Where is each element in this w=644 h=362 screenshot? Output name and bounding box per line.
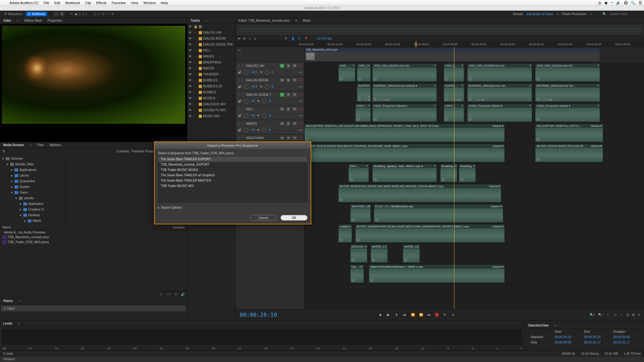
- volume-knob[interactable]: [244, 99, 248, 103]
- mute-button[interactable]: M: [280, 93, 284, 97]
- arm-button[interactable]: R: [292, 136, 297, 140]
- clip-fx-icon[interactable]: fx: [370, 278, 374, 282]
- tree-node[interactable]: ▸AfterE: [0, 218, 66, 224]
- solo-button[interactable]: S: [286, 136, 291, 140]
- clip-fx-icon[interactable]: fx: [339, 238, 343, 242]
- track-list-item[interactable]: 👁·DIALOG GUIDE TRK: [187, 42, 236, 48]
- search-icon[interactable]: 🔍: [602, 12, 606, 16]
- lock-icon[interactable]: ·: [194, 31, 197, 34]
- audio-clip[interactable]: Breathing… ▾fx▾: [440, 164, 457, 182]
- media-row[interactable]: TSB_Trailer_FOR_MIX.prproj: [0, 240, 187, 245]
- clip-menu-icon[interactable]: ▾: [501, 205, 502, 208]
- clip-menu-icon[interactable]: ▾: [601, 124, 602, 127]
- panel-menu-icon[interactable]: ≡: [17, 19, 19, 22]
- clip-fx-icon[interactable]: fx: [373, 97, 377, 101]
- tree-node[interactable]: ▾Astudio_iMac: [0, 162, 66, 167]
- eye-icon[interactable]: 👁: [189, 85, 192, 88]
- menu-view[interactable]: View: [128, 1, 141, 5]
- audio-clip[interactable]: WATER, OCEAN WAVES ROLLING BY…Volume ▾fx…: [535, 144, 603, 162]
- pan-value[interactable]: 0: [272, 70, 274, 74]
- clip-menu-icon[interactable]: ▾: [462, 84, 463, 87]
- media-browser-list[interactable]: NameDuration Adobe A…ion Audio PreviewsT…: [0, 225, 187, 291]
- tab-properties[interactable]: Properties: [47, 19, 62, 22]
- audio-clip[interactable]: B157R001_18021316.mov Vol…fx12 dB▾: [535, 84, 600, 102]
- gain-value[interactable]: +0: [251, 128, 254, 132]
- clip-fx-icon[interactable]: fx: [373, 117, 377, 121]
- volume-icon[interactable]: 🔊: [616, 1, 621, 5]
- solo-button[interactable]: S: [286, 93, 291, 97]
- gain-value[interactable]: +0: [251, 114, 254, 117]
- clip-menu-icon[interactable]: ▾: [434, 164, 436, 167]
- arm-button[interactable]: R: [292, 93, 297, 97]
- go-start-button[interactable]: ⏮: [402, 313, 407, 316]
- eye-icon[interactable]: 👁: [189, 55, 192, 58]
- tree-node[interactable]: ▾Desktop: [0, 212, 66, 218]
- track-list-item[interactable]: 👁·HELI: [187, 48, 236, 54]
- panel-menu-icon[interactable]: ≡: [18, 322, 20, 325]
- menu-effects[interactable]: Effects: [94, 1, 109, 5]
- input-monitor-icon[interactable]: [299, 64, 302, 68]
- clip-menu-icon[interactable]: ▾: [502, 225, 504, 228]
- audio-clip[interactable]: C0017…fx▾: [355, 104, 371, 122]
- track-header[interactable]: ⋮⋮WAVESMSR 🔊+0⟲0▸|◂: [236, 120, 304, 134]
- clip-menu-icon[interactable]: ▾: [530, 64, 531, 67]
- clip-menu-icon[interactable]: ▾: [368, 205, 370, 208]
- clip-fx-icon[interactable]: fx: [351, 278, 355, 282]
- rewind-button[interactable]: ⏪: [410, 313, 415, 316]
- track-header[interactable]: ⋮⋮HELIMSR 🔊+0⟲0▸|◂: [236, 106, 304, 120]
- ok-button[interactable]: OK: [280, 215, 308, 221]
- panel-menu-icon[interactable]: ≡: [295, 19, 297, 22]
- workspace-chevrons-icon[interactable]: »: [590, 12, 592, 16]
- timecode-display[interactable]: 00:00:28:10: [240, 311, 277, 318]
- audio-clip[interactable]: A003_C001_0213XN.mov Vol…fx▾: [535, 63, 600, 82]
- audio-clip[interactable]: A003_C…fx▾: [444, 63, 464, 82]
- sequence-list-item[interactable]: TSB Trailer MUSIC MIXED: [158, 167, 307, 173]
- clip-fx-icon[interactable]: fx: [351, 218, 355, 222]
- clip-menu-icon[interactable]: ▾: [502, 124, 504, 127]
- pan-value[interactable]: 0: [269, 99, 271, 103]
- sequence-list-item[interactable]: The Seam Btwn TRAILER EXPORT: [158, 156, 307, 162]
- media-browser-tree[interactable]: ▾Volumes▾Astudio_iMac▸Applications▸Libra…: [0, 155, 66, 225]
- track-list-item[interactable]: 👁·DIALOG LAV: [187, 30, 236, 36]
- grip-icon[interactable]: ⋮⋮: [238, 136, 244, 140]
- audio-clip[interactable]: HELICOPTER, HOSPITAL LIFE FLI…Volume ▾fx…: [535, 124, 603, 142]
- lock-icon[interactable]: ·: [194, 90, 197, 94]
- volume-knob[interactable]: [244, 85, 248, 89]
- clip-volume-label[interactable]: Volume ▾: [491, 205, 502, 208]
- clip-menu-icon[interactable]: ▾: [597, 64, 599, 67]
- clip-menu-icon[interactable]: ▾: [434, 64, 436, 67]
- zoom-in-v-icon[interactable]: ↕+: [613, 313, 617, 316]
- loop-icon[interactable]: ↻: [175, 293, 177, 296]
- skip-button[interactable]: ⤭: [450, 313, 455, 316]
- tree-node[interactable]: ▸Quarantine: [0, 178, 66, 184]
- volume-knob[interactable]: [244, 113, 248, 118]
- clip-menu-icon[interactable]: ▾: [597, 104, 599, 107]
- eye-icon[interactable]: 👁: [189, 67, 192, 70]
- tree-node[interactable]: ▸Creative Cl: [0, 207, 66, 212]
- time-select-tool-icon[interactable]: I: [86, 12, 87, 16]
- clip-fx-icon[interactable]: fx: [356, 238, 360, 242]
- audio-clip[interactable]: HELICOPTER, HOSPITAL LIFE FLIGHT AIR AMB…: [304, 124, 505, 142]
- timeline[interactable]: TSB_Mavericks_v002.mp4 A003_…fx▾A003_C…f…: [304, 47, 644, 309]
- track-list-item[interactable]: 👁·SOUND FX MIX: [187, 107, 236, 113]
- lock-icon[interactable]: ·: [194, 85, 197, 88]
- selection-start[interactable]: 00:00:28:10: [553, 335, 581, 339]
- audio-clip[interactable]: Breathing, Agitated,. Male, 48000 1.wav …: [372, 164, 437, 182]
- clip-fx-icon[interactable]: fx: [339, 77, 343, 81]
- clip-menu-icon[interactable]: ▾: [434, 84, 436, 87]
- speaker-icon[interactable]: 🔊: [181, 293, 185, 296]
- sequence-list-item[interactable]: The Seam Btwn TRAILER MASTER: [158, 178, 307, 183]
- mac-menubar[interactable]: Adobe Audition CC File Edit Multitrack C…: [0, 0, 644, 6]
- loop-button[interactable]: ↻: [442, 313, 447, 316]
- clip-fx-icon[interactable]: fx: [373, 77, 377, 81]
- waveform-mode-button[interactable]: ⧉Waveform: [3, 11, 24, 16]
- pan-knob[interactable]: [262, 99, 266, 103]
- import-options-disclosure[interactable]: ▸ Import Options: [158, 206, 308, 209]
- clip-volume-label[interactable]: Volume ▾: [591, 145, 602, 148]
- zoom-all-icon[interactable]: ⊞: [632, 313, 635, 316]
- play-button[interactable]: ▶: [386, 313, 391, 316]
- input-monitor-icon[interactable]: [299, 79, 302, 82]
- clip-menu-icon[interactable]: ▾: [385, 245, 387, 248]
- tab-mixer[interactable]: Mixer: [303, 19, 310, 22]
- playhead-marker[interactable]: [416, 41, 416, 47]
